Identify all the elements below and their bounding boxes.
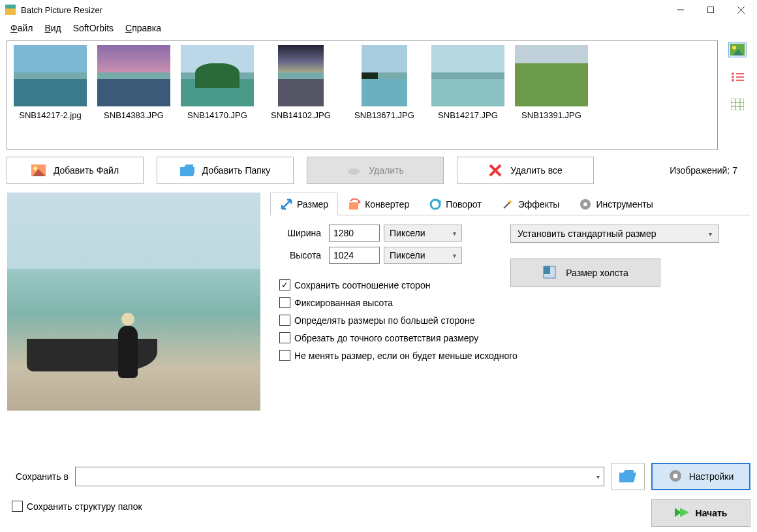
no-upscale-label: Не менять размер, если он будет меньше и… xyxy=(294,351,518,361)
app-icon xyxy=(5,5,16,15)
fixed-height-checkbox[interactable] xyxy=(279,297,290,308)
svg-marker-36 xyxy=(680,508,689,517)
thumbnail-filename: SNB14217-2.jpg xyxy=(19,110,81,120)
thumbnail-image xyxy=(97,45,170,106)
thumbnail-image xyxy=(362,45,407,106)
minimize-button[interactable] xyxy=(666,0,696,20)
height-input[interactable] xyxy=(329,247,380,264)
menu-view[interactable]: Вид xyxy=(39,22,66,35)
thumbnail-item[interactable]: SNB14383.JPG xyxy=(95,45,173,120)
window-title: Batch Picture Resizer xyxy=(21,5,666,15)
add-file-label: Добавить Файл xyxy=(54,165,119,176)
size-panel: Ширина Пиксели▾ Высота Пиксели▾ Установи… xyxy=(270,215,750,370)
menu-softorbits[interactable]: SoftOrbits xyxy=(68,22,119,35)
eraser-icon xyxy=(347,163,361,178)
add-file-button[interactable]: Добавить Файл xyxy=(7,157,144,184)
tab-tools[interactable]: Инструменты xyxy=(569,193,662,215)
width-label: Ширина xyxy=(277,228,329,238)
thumbnail-filename: SNB13391.JPG xyxy=(521,110,581,120)
keep-ratio-checkbox[interactable] xyxy=(279,279,290,290)
height-unit-select[interactable]: Пиксели▾ xyxy=(384,247,462,264)
keep-structure-label: Сохранить структуру папок xyxy=(27,501,142,512)
height-label: Высота xyxy=(277,250,329,260)
maximize-button[interactable] xyxy=(696,0,726,20)
thumbnail-item[interactable]: SNB13671.JPG xyxy=(345,45,424,120)
fixed-height-label: Фиксированная высота xyxy=(294,298,393,308)
thumbnail-image xyxy=(181,45,254,106)
no-upscale-checkbox[interactable] xyxy=(279,350,290,361)
tab-size[interactable]: Размер xyxy=(270,193,338,215)
menu-bar: Файл Вид SoftOrbits Справка xyxy=(0,20,757,37)
svg-point-30 xyxy=(583,202,587,206)
canvas-size-button[interactable]: Размер холста xyxy=(510,258,660,287)
standard-size-select[interactable]: Установить стандартный размер▾ xyxy=(510,225,719,243)
preview-image xyxy=(7,193,260,411)
thumbnail-filename: SNB14102.JPG xyxy=(271,110,331,120)
svg-rect-24 xyxy=(349,202,358,210)
menu-file[interactable]: Файл xyxy=(5,22,38,35)
thumbnail-item[interactable]: SNB13391.JPG xyxy=(512,45,591,120)
thumbnail-filename: SNB13671.JPG xyxy=(354,110,414,120)
title-bar: Batch Picture Resizer xyxy=(0,0,757,20)
folder-open-icon xyxy=(619,469,636,484)
rotate-icon xyxy=(429,198,442,211)
thumbnail-item[interactable]: SNB14217.JPG xyxy=(429,45,507,120)
keep-structure-checkbox[interactable] xyxy=(12,501,23,512)
start-button[interactable]: Начать xyxy=(651,499,750,527)
delete-all-button[interactable]: Удалить все xyxy=(457,157,594,184)
svg-rect-32 xyxy=(544,266,550,274)
svg-point-5 xyxy=(732,46,736,50)
delete-all-label: Удалить все xyxy=(510,165,562,176)
image-count: Изображений: 7 xyxy=(670,165,737,176)
svg-point-21 xyxy=(348,168,360,175)
browse-button[interactable] xyxy=(611,463,645,490)
svg-point-9 xyxy=(732,76,734,78)
toolbar: Добавить Файл Добавить Папку Удалить Уда… xyxy=(7,157,750,184)
play-icon xyxy=(675,507,689,520)
image-icon xyxy=(31,163,46,178)
svg-rect-13 xyxy=(731,99,744,110)
preview-pane xyxy=(7,192,261,411)
view-thumbnails-button[interactable] xyxy=(728,42,747,57)
by-larger-checkbox[interactable] xyxy=(279,315,290,326)
convert-icon xyxy=(348,198,361,211)
tab-convert[interactable]: Конвертер xyxy=(338,193,419,215)
thumbnail-item[interactable]: SNB14170.JPG xyxy=(178,45,256,120)
thumbnail-image xyxy=(278,45,324,106)
close-button[interactable] xyxy=(726,0,756,20)
width-input[interactable] xyxy=(329,225,380,242)
tab-effects[interactable]: Эффекты xyxy=(491,193,570,215)
view-list-button[interactable] xyxy=(728,69,747,85)
add-folder-button[interactable]: Добавить Папку xyxy=(157,157,294,184)
wand-icon xyxy=(501,198,514,211)
svg-point-19 xyxy=(33,166,37,170)
folder-icon xyxy=(180,163,194,178)
chevron-down-icon: ▾ xyxy=(453,230,456,237)
chevron-down-icon: ▾ xyxy=(596,473,600,480)
thumbnail-image xyxy=(431,45,504,106)
width-unit-select[interactable]: Пиксели▾ xyxy=(384,225,462,242)
menu-help[interactable]: Справка xyxy=(120,22,166,35)
chevron-down-icon: ▾ xyxy=(453,252,456,259)
settings-button[interactable]: Настройки xyxy=(651,463,750,490)
thumbnail-image xyxy=(14,45,87,106)
crop-exact-checkbox[interactable] xyxy=(279,332,290,343)
canvas-icon xyxy=(542,265,557,281)
thumbnail-filename: SNB14383.JPG xyxy=(104,110,164,120)
thumbnail-item[interactable]: SNB14217-2.jpg xyxy=(11,45,89,120)
thumbnail-filename: SNB14170.JPG xyxy=(187,110,247,120)
svg-point-11 xyxy=(732,79,734,82)
tab-rotate[interactable]: Поворот xyxy=(419,193,491,215)
svg-marker-25 xyxy=(358,200,361,204)
thumbnail-filename: SNB14217.JPG xyxy=(438,110,498,120)
save-path-select[interactable]: ▾ xyxy=(75,467,604,486)
thumbnail-list[interactable]: SNB14217-2.jpgSNB14383.JPGSNB14170.JPGSN… xyxy=(7,40,718,150)
thumbnail-image xyxy=(515,45,588,106)
resize-icon xyxy=(280,198,293,211)
view-table-button[interactable] xyxy=(728,97,747,112)
thumbnail-item[interactable]: SNB14102.JPG xyxy=(262,45,340,120)
svg-point-34 xyxy=(673,473,677,478)
svg-point-7 xyxy=(732,72,734,75)
gear-icon xyxy=(668,469,683,485)
svg-rect-1 xyxy=(708,7,714,13)
